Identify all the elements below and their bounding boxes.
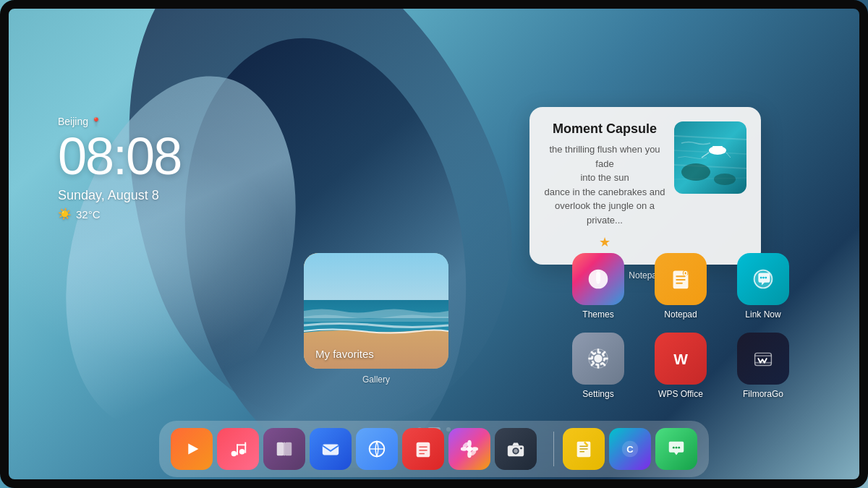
dock-icon-petals[interactable] xyxy=(448,428,490,470)
notepad-star-icon: ★ xyxy=(544,234,665,250)
dock-icon-mail[interactable] xyxy=(310,428,352,470)
dock-icon-pages[interactable] xyxy=(563,428,605,470)
svg-line-36 xyxy=(592,363,594,365)
svg-line-33 xyxy=(592,352,594,354)
location-pin-icon: 📍 xyxy=(91,117,101,127)
svg-point-25 xyxy=(765,277,767,279)
svg-marker-41 xyxy=(188,444,198,455)
notepad-widget-image xyxy=(674,121,746,194)
weather-icon: ☀️ xyxy=(58,207,72,221)
app-item-linknow[interactable]: Link Now xyxy=(731,253,796,320)
svg-rect-15 xyxy=(597,271,600,274)
svg-point-23 xyxy=(760,277,762,279)
app-icon-settings xyxy=(572,333,624,385)
dock-secondary: C xyxy=(563,428,697,470)
svg-rect-45 xyxy=(244,442,246,453)
app-label-settings: Settings xyxy=(582,389,613,399)
app-label-wps: WPS Office xyxy=(658,389,703,399)
svg-point-6 xyxy=(714,174,736,185)
svg-rect-47 xyxy=(277,442,284,456)
clock-date: Sunday, August 8 xyxy=(58,188,181,203)
svg-rect-0 xyxy=(674,121,746,194)
clock-time: 08:08 xyxy=(58,130,181,182)
dock-icon-canva[interactable]: C xyxy=(609,428,651,470)
svg-rect-39 xyxy=(755,355,772,356)
gallery-container: My favorites Gallery xyxy=(304,253,448,385)
svg-text:C: C xyxy=(626,444,634,455)
app-item-filmora[interactable]: FilmoraGo xyxy=(731,333,796,399)
notepad-widget-text: the thrilling flush when you fade into t… xyxy=(544,142,665,227)
app-icon-notepad xyxy=(655,253,707,305)
svg-rect-48 xyxy=(285,442,292,456)
app-icon-filmora xyxy=(737,333,789,385)
app-item-themes[interactable]: Themes xyxy=(566,253,631,320)
svg-rect-50 xyxy=(323,444,339,455)
svg-text:W: W xyxy=(673,351,688,367)
gallery-folder[interactable]: My favorites xyxy=(304,253,448,369)
svg-point-76 xyxy=(678,447,680,449)
svg-point-66 xyxy=(514,449,518,453)
svg-rect-46 xyxy=(237,444,246,445)
svg-point-26 xyxy=(594,354,602,362)
svg-point-57 xyxy=(467,446,472,451)
dock-icon-notes[interactable] xyxy=(402,428,444,470)
svg-point-5 xyxy=(681,163,710,181)
app-label-filmora: FilmoraGo xyxy=(743,389,783,399)
dock-icon-music[interactable] xyxy=(217,428,259,470)
dock-icon-video[interactable] xyxy=(171,428,213,470)
dock-icon-browser[interactable] xyxy=(356,428,398,470)
temperature: 32°C xyxy=(76,208,101,221)
svg-rect-40 xyxy=(755,362,772,364)
app-item-wps[interactable]: W WPS Office xyxy=(648,333,713,399)
svg-point-43 xyxy=(239,449,244,454)
svg-rect-44 xyxy=(237,444,238,455)
notepad-widget-title: Moment Capsule xyxy=(544,121,665,137)
svg-rect-14 xyxy=(596,273,600,282)
gallery-label: Gallery xyxy=(304,374,448,385)
dock: C xyxy=(159,421,709,477)
svg-line-34 xyxy=(603,363,605,365)
app-icon-linknow xyxy=(737,253,789,305)
notepad-widget[interactable]: Moment Capsule the thrilling flush when … xyxy=(529,107,761,265)
app-item-settings[interactable]: Settings xyxy=(566,333,631,399)
svg-rect-8 xyxy=(712,146,723,149)
clock-city: Beijing 📍 xyxy=(58,116,181,127)
clock-weather: ☀️ 32°C xyxy=(58,207,181,221)
dock-icon-books[interactable] xyxy=(263,428,305,470)
svg-point-67 xyxy=(520,448,522,450)
svg-point-24 xyxy=(762,277,765,279)
app-label-linknow: Link Now xyxy=(745,309,780,320)
gallery-folder-title: My favorites xyxy=(315,348,374,360)
svg-point-75 xyxy=(676,447,678,449)
app-item-notepad[interactable]: Notepad xyxy=(648,253,713,320)
dock-icon-camera[interactable] xyxy=(495,428,537,470)
svg-rect-53 xyxy=(417,442,430,458)
dock-main xyxy=(171,428,545,470)
app-icon-wps: W xyxy=(655,333,707,385)
app-label-notepad: Notepad xyxy=(664,309,697,320)
app-grid: Themes Notepad xyxy=(566,253,796,399)
svg-line-35 xyxy=(603,352,605,354)
svg-point-74 xyxy=(673,447,675,449)
dock-divider xyxy=(553,432,554,466)
app-icon-themes xyxy=(572,253,624,305)
clock-widget: Beijing 📍 08:08 Sunday, August 8 ☀️ 32°C xyxy=(58,116,181,221)
notepad-widget-content: Moment Capsule the thrilling flush when … xyxy=(544,121,665,250)
app-label-themes: Themes xyxy=(582,309,613,320)
svg-point-42 xyxy=(231,451,237,456)
dock-icon-messages[interactable] xyxy=(655,428,697,470)
